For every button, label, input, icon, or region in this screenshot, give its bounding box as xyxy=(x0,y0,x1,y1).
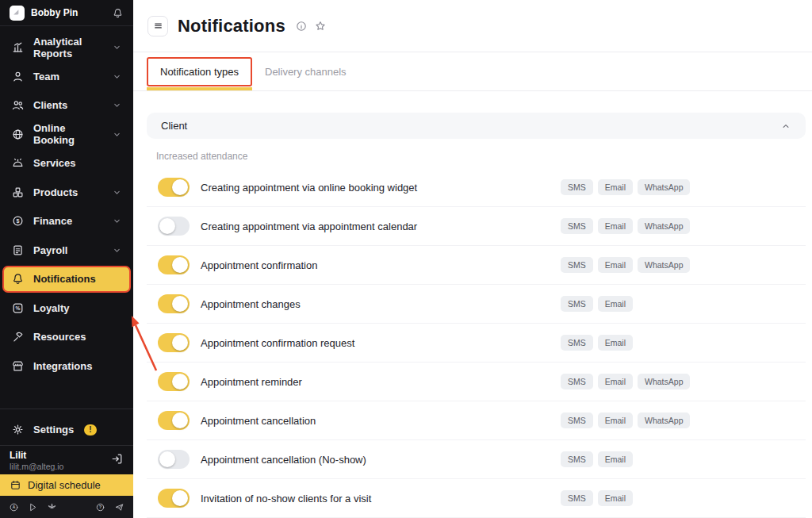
sidebar-item-team[interactable]: Team xyxy=(2,63,131,90)
sidebar-item-payroll[interactable]: Payroll xyxy=(2,236,131,263)
toggle-knob xyxy=(159,218,175,234)
svg-text:?: ? xyxy=(99,505,102,509)
toggle-appointment-reminder[interactable] xyxy=(158,372,190,391)
app-gallery-icon[interactable] xyxy=(47,502,57,512)
toggle-invitation-of-no-show-clients-for-a-visit[interactable] xyxy=(158,489,190,508)
toggle-knob xyxy=(172,179,188,195)
toggle-knob xyxy=(172,490,188,506)
toggle-creating-appointment-via-appointment-calendar[interactable] xyxy=(158,217,190,236)
brand-name: Bobby Pin xyxy=(31,7,105,18)
notification-label: Appointment reminder xyxy=(201,376,302,388)
chevron-down-icon xyxy=(112,245,122,255)
page-title: Notifications xyxy=(178,16,285,36)
sidebar-bell-icon[interactable] xyxy=(112,7,124,19)
channel-badges: SMSEmail xyxy=(561,335,633,351)
notification-label: Appointment confirmation xyxy=(201,259,317,271)
logout-icon xyxy=(110,452,124,466)
toggle-creating-appointment-via-online-booking-widget[interactable] xyxy=(158,178,190,197)
channel-badges: SMSEmail xyxy=(561,451,633,467)
help-icon[interactable]: ? xyxy=(95,502,105,512)
sidebar-item-products[interactable]: Products xyxy=(2,178,131,205)
toggle-appointment-cancellation-no-show[interactable] xyxy=(158,450,190,469)
chevron-down-icon xyxy=(112,100,122,110)
channel-badge-sms: SMS xyxy=(561,374,593,389)
star-icon[interactable] xyxy=(314,20,327,33)
app-links-bar: A ? xyxy=(0,496,133,518)
integrations-icon xyxy=(11,359,25,373)
tab-delivery-channels[interactable]: Delivery channels xyxy=(265,66,347,78)
sidebar-item-label: Clients xyxy=(33,99,67,111)
toggle-knob xyxy=(172,412,188,428)
calendar-icon xyxy=(10,479,21,491)
toggle-knob xyxy=(172,296,188,312)
client-section-header[interactable]: Client xyxy=(147,113,806,139)
channel-badge-sms: SMS xyxy=(561,412,593,428)
sidebar-item-label: Analytical Reports xyxy=(33,36,103,59)
app-store-icon[interactable]: A xyxy=(9,502,19,512)
info-icon[interactable] xyxy=(295,20,308,33)
toggle-knob xyxy=(172,374,188,389)
subsection-label: Increased attendance xyxy=(156,151,806,162)
sidebar-divider xyxy=(0,409,133,409)
sidebar-nav: Analytical ReportsTeamClientsOnline Book… xyxy=(0,26,133,403)
channel-badges: SMSEmailWhatsApp xyxy=(561,374,690,389)
toggle-appointment-confirmation-request[interactable] xyxy=(158,333,190,352)
page-header: Notifications xyxy=(133,0,812,52)
sidebar-item-online-booking[interactable]: Online Booking xyxy=(2,121,131,148)
notification-row: Creating appointment via online booking … xyxy=(147,168,806,207)
channel-badge-sms: SMS xyxy=(561,451,593,467)
sidebar-item-integrations[interactable]: Integrations xyxy=(2,352,131,379)
logout-button[interactable] xyxy=(110,452,124,469)
channel-badge-whatsapp: WhatsApp xyxy=(638,179,690,195)
sidebar-item-loyalty[interactable]: %Loyalty xyxy=(2,294,131,321)
channel-badge-whatsapp: WhatsApp xyxy=(638,257,690,273)
sidebar-header: Bobby Pin xyxy=(0,0,133,26)
toggle-knob xyxy=(172,257,188,273)
menu-toggle-button[interactable] xyxy=(147,16,168,36)
sidebar-item-notifications[interactable]: Notifications xyxy=(2,266,131,293)
toggle-knob xyxy=(159,451,175,467)
sidebar-item-services[interactable]: Services xyxy=(2,150,131,177)
chevron-down-icon xyxy=(112,216,122,226)
user-name: Lilit xyxy=(10,450,110,461)
channel-badge-sms: SMS xyxy=(561,335,593,351)
sidebar-item-label: Notifications xyxy=(33,273,96,285)
sidebar-item-resources[interactable]: Resources xyxy=(2,324,131,351)
team-icon xyxy=(11,70,25,83)
channel-badge-sms: SMS xyxy=(561,257,593,273)
chevron-down-icon xyxy=(112,71,122,82)
notification-row: Creating appointment via appointment cal… xyxy=(147,207,806,246)
toggle-appointment-cancellation[interactable] xyxy=(158,411,190,430)
settings-alert-badge: ! xyxy=(84,424,96,436)
svg-text:$: $ xyxy=(17,218,20,224)
sidebar-item-label: Settings xyxy=(33,424,74,436)
toggle-appointment-changes[interactable] xyxy=(158,294,190,313)
sidebar-item-label: Products xyxy=(33,186,78,198)
toggle-appointment-confirmation[interactable] xyxy=(158,255,190,274)
title-actions xyxy=(295,20,327,33)
chevron-up-icon xyxy=(780,121,791,132)
notification-row: Appointment cancellationSMSEmailWhatsApp xyxy=(147,401,806,440)
channel-badge-email: Email xyxy=(598,257,633,273)
channel-badge-email: Email xyxy=(598,490,633,506)
sidebar-item-clients[interactable]: Clients xyxy=(2,92,131,119)
sidebar-item-analytical-reports[interactable]: Analytical Reports xyxy=(2,34,131,61)
notification-label: Appointment cancellation (No-show) xyxy=(201,454,366,466)
chevron-down-icon xyxy=(112,187,122,198)
sidebar-item-label: Resources xyxy=(33,331,86,343)
google-play-icon[interactable] xyxy=(28,502,38,512)
sidebar-item-finance[interactable]: $Finance xyxy=(2,208,131,235)
user-info: Lilit lilit.m@alteg.io xyxy=(10,450,110,471)
telegram-icon[interactable] xyxy=(114,502,124,512)
sidebar-item-settings[interactable]: Settings ! xyxy=(2,416,131,443)
hamburger-icon xyxy=(153,21,163,31)
channel-badge-email: Email xyxy=(598,335,633,351)
tab-notification-types[interactable]: Notification types xyxy=(147,57,252,86)
services-icon xyxy=(11,156,25,170)
sidebar-item-label: Loyalty xyxy=(33,302,70,314)
analytics-icon xyxy=(11,40,25,54)
digital-schedule-button[interactable]: Digital schedule xyxy=(0,474,133,496)
resources-icon xyxy=(11,330,25,343)
svg-text:A: A xyxy=(13,505,16,509)
user-email: lilit.m@alteg.io xyxy=(10,462,110,471)
